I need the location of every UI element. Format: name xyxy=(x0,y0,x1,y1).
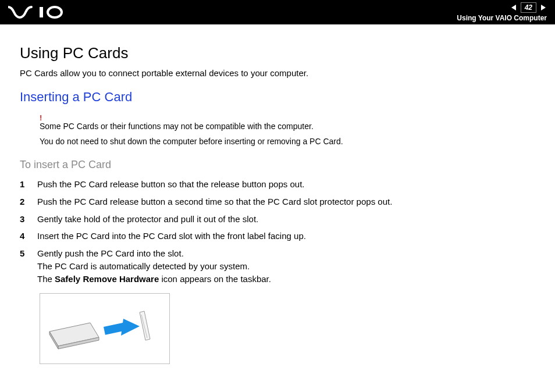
intro-text: PC Cards allow you to connect portable e… xyxy=(20,68,524,78)
arrow-icon xyxy=(104,319,140,336)
step5-line3-pre: The xyxy=(37,274,55,284)
list-item: 1 Push the PC Card release button so tha… xyxy=(20,178,524,191)
list-item: 5 Gently push the PC Card into the slot.… xyxy=(20,247,524,285)
step-number: 1 xyxy=(20,178,37,191)
vaio-logo xyxy=(8,6,72,19)
step-text: Insert the PC Card into the PC Card slot… xyxy=(37,230,524,243)
step-text: Push the PC Card release button a second… xyxy=(37,195,524,208)
page-nav: 42 xyxy=(510,2,547,13)
section-title: Inserting a PC Card xyxy=(20,90,524,105)
nav-next-button[interactable] xyxy=(540,4,547,11)
pc-card-diagram xyxy=(47,300,163,358)
svg-point-1 xyxy=(48,7,62,17)
vaio-logo-svg xyxy=(8,6,72,19)
svg-marker-9 xyxy=(140,311,150,340)
step-text: Gently push the PC Card into the slot. T… xyxy=(37,247,524,285)
step5-line3-bold: Safely Remove Hardware xyxy=(55,274,159,284)
step-number: 2 xyxy=(20,195,37,208)
step-text: Gently take hold of the protector and pu… xyxy=(37,213,524,226)
list-item: 2 Push the PC Card release button a seco… xyxy=(20,195,524,208)
header-bar: 42 Using Your VAIO Computer xyxy=(0,0,555,24)
svg-marker-2 xyxy=(511,5,516,10)
note-block: ! Some PC Cards or their functions may n… xyxy=(40,114,524,146)
warning-icon: ! xyxy=(40,114,524,122)
nav-prev-button[interactable] xyxy=(510,4,517,11)
step-number: 5 xyxy=(20,247,37,260)
step5-line2: The PC Card is automatically detected by… xyxy=(37,261,250,271)
list-item: 3 Gently take hold of the protector and … xyxy=(20,213,524,226)
triangle-right-icon xyxy=(540,4,547,11)
triangle-left-icon xyxy=(510,4,517,11)
header-nav: 42 Using Your VAIO Computer xyxy=(457,2,547,22)
step5-line3-post: icon appears on the taskbar. xyxy=(159,274,271,284)
list-item: 4 Insert the PC Card into the PC Card sl… xyxy=(20,230,524,243)
page-content: Using PC Cards PC Cards allow you to con… xyxy=(0,24,555,376)
step-number: 3 xyxy=(20,213,37,226)
warning-text-1: Some PC Cards or their functions may not… xyxy=(40,122,524,131)
step5-line1: Gently push the PC Card into the slot. xyxy=(37,248,184,258)
svg-marker-3 xyxy=(541,5,546,10)
warning-text-2: You do not need to shut down the compute… xyxy=(40,137,524,146)
step-number: 4 xyxy=(20,230,37,243)
breadcrumb: Using Your VAIO Computer xyxy=(457,14,547,22)
page-number: 42 xyxy=(521,2,536,13)
steps-list: 1 Push the PC Card release button so tha… xyxy=(20,178,524,285)
step-text: Push the PC Card release button so that … xyxy=(37,178,524,191)
svg-marker-8 xyxy=(121,319,140,336)
page-title: Using PC Cards xyxy=(20,44,524,62)
pc-card-illustration xyxy=(40,293,170,364)
sub-title: To insert a PC Card xyxy=(20,159,524,171)
svg-rect-0 xyxy=(40,7,43,17)
